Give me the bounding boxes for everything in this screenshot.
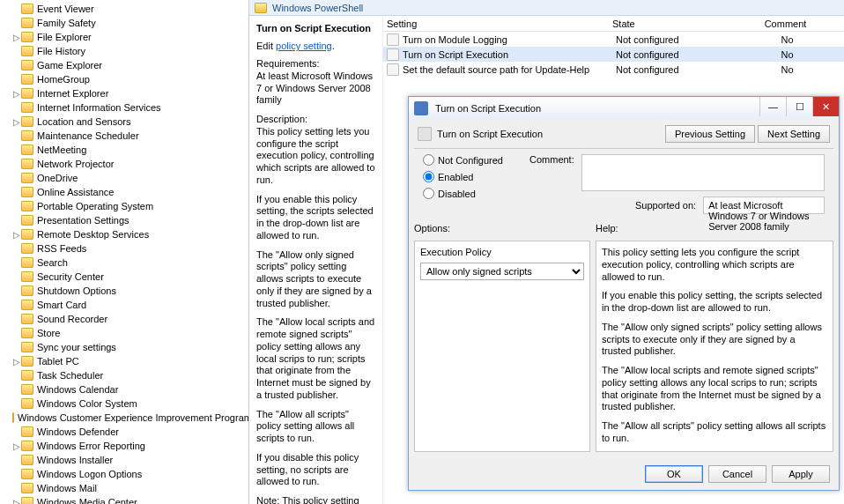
row-setting: Set the default source path for Update-H… [403, 64, 616, 75]
tree-item[interactable]: Store [0, 326, 248, 340]
list-row[interactable]: Set the default source path for Update-H… [383, 62, 844, 77]
tree-item[interactable]: ▷Windows Media Center [0, 495, 248, 504]
tree-item[interactable]: ▷Location and Sensors [0, 115, 248, 129]
tree-item-label: Windows Error Reporting [37, 441, 145, 451]
dialog-icon [414, 101, 428, 115]
options-panel: Execution Policy Allow only signed scrip… [414, 241, 590, 452]
tree-item-label: Security Center [37, 271, 104, 282]
comment-textarea[interactable] [581, 154, 825, 191]
folder-icon [21, 116, 33, 127]
chevron-icon: ▷ [12, 33, 21, 42]
tree-item[interactable]: Windows Calendar [0, 382, 248, 397]
tree-item[interactable]: Security Center [0, 270, 248, 284]
tree-item-label: Internet Information Services [37, 102, 161, 113]
help-panel[interactable]: This policy setting lets you configure t… [596, 241, 833, 452]
list-row[interactable]: Turn on Script ExecutionNot configuredNo [383, 47, 844, 62]
tree-item[interactable]: Network Projector [0, 157, 248, 171]
tree-item-label: File Explorer [37, 32, 92, 42]
folder-icon [255, 3, 267, 13]
tree-item[interactable]: Sync your settings [0, 340, 248, 354]
folder-icon [21, 74, 33, 85]
folder-icon [21, 398, 33, 409]
chevron-icon: ▷ [12, 498, 21, 505]
radio-enabled[interactable]: Enabled [423, 171, 503, 182]
radio-disabled[interactable]: Disabled [423, 188, 503, 199]
desc-title: Description: [256, 114, 307, 124]
supported-value: At least Microsoft Windows 7 or Windows … [703, 196, 825, 214]
execution-policy-select[interactable]: Allow only signed scripts [420, 263, 584, 280]
folder-icon [21, 300, 33, 310]
tree-item[interactable]: Maintenance Scheduler [0, 129, 248, 143]
minimize-button[interactable]: — [759, 97, 786, 116]
close-button[interactable]: ✕ [812, 97, 839, 116]
tree-item[interactable]: Search [0, 256, 248, 270]
tree-item[interactable]: Online Assistance [0, 185, 248, 199]
tree-item[interactable]: Windows Customer Experience Improvement … [0, 411, 248, 425]
tree-item[interactable]: Task Scheduler [0, 368, 248, 382]
tree-item[interactable]: NetMeeting [0, 143, 248, 157]
tree-item[interactable]: ▷Internet Explorer [0, 86, 248, 100]
tree-item[interactable]: ▷File Explorer [0, 30, 248, 44]
tree-item-label: Windows Mail [37, 483, 97, 493]
tree-item[interactable]: HomeGroup [0, 72, 248, 86]
tree-item[interactable]: Sound Recorder [0, 312, 248, 326]
tree-item-label: Windows Logon Options [37, 469, 142, 479]
tree-item[interactable]: Windows Logon Options [0, 467, 248, 481]
folder-icon [21, 441, 33, 451]
folder-icon [21, 159, 33, 169]
radio-not-configured[interactable]: Not Configured [423, 154, 503, 166]
tree-item[interactable]: Shutdown Options [0, 284, 248, 298]
tree-item[interactable]: Internet Information Services [0, 100, 248, 115]
tree-item-label: HomeGroup [37, 74, 90, 85]
tree-item[interactable]: RSS Feeds [0, 241, 248, 256]
cancel-button[interactable]: Cancel [708, 465, 766, 483]
folder-icon [21, 130, 33, 141]
tree-item-label: Shutdown Options [37, 285, 116, 296]
list-row[interactable]: Turn on Module LoggingNot configuredNo [383, 32, 844, 47]
apply-button[interactable]: Apply [772, 465, 830, 483]
tree-item[interactable]: OneDrive [0, 171, 248, 185]
tree-item[interactable]: Windows Installer [0, 453, 248, 467]
tree-item-label: Windows Calendar [37, 384, 118, 395]
folder-icon [21, 328, 33, 338]
col-setting[interactable]: Setting [383, 19, 612, 29]
col-state[interactable]: State [612, 19, 727, 29]
tree-item-label: Windows Color System [37, 398, 137, 409]
tree-item[interactable]: Event Viewer [0, 2, 248, 16]
tree-item-label: Network Projector [37, 159, 114, 169]
setting-name: Turn on Script Execution [256, 23, 375, 33]
chevron-icon: ▷ [12, 441, 21, 451]
row-comment: No [730, 49, 844, 60]
col-comment[interactable]: Comment [727, 19, 844, 29]
folder-icon [21, 215, 33, 226]
nav-tree[interactable]: Event ViewerFamily Safety▷File ExplorerF… [0, 0, 249, 504]
next-setting-button[interactable]: Next Setting [758, 125, 830, 143]
tree-item-label: Store [37, 328, 60, 338]
tree-item[interactable]: Windows Defender [0, 425, 248, 439]
maximize-button[interactable]: ☐ [786, 97, 812, 116]
tree-item[interactable]: Portable Operating System [0, 199, 248, 213]
tree-item[interactable]: ▷Remote Desktop Services [0, 227, 248, 241]
tree-item-label: RSS Feeds [37, 243, 86, 254]
state-radios: Not Configured Enabled Disabled [423, 154, 503, 214]
tree-item-label: Internet Explorer [37, 88, 108, 99]
tree-item[interactable]: Windows Color System [0, 397, 248, 411]
folder-icon [21, 4, 33, 14]
ok-button[interactable]: OK [645, 465, 703, 483]
tree-item[interactable]: File History [0, 44, 248, 58]
tree-item[interactable]: ▷Tablet PC [0, 354, 248, 368]
previous-setting-button[interactable]: Previous Setting [665, 125, 755, 143]
edit-policy-link[interactable]: policy setting [276, 41, 332, 51]
tree-item[interactable]: Smart Card [0, 298, 248, 312]
list-header[interactable]: Setting State Comment [383, 16, 844, 32]
folder-icon [21, 32, 33, 42]
folder-icon [21, 173, 33, 183]
chevron-icon: ▷ [12, 117, 21, 127]
folder-icon [21, 88, 33, 99]
tree-item[interactable]: Game Explorer [0, 58, 248, 72]
tree-item[interactable]: Presentation Settings [0, 213, 248, 227]
tree-item[interactable]: Family Safety [0, 16, 248, 30]
tree-item[interactable]: Windows Mail [0, 481, 248, 495]
tree-item[interactable]: ▷Windows Error Reporting [0, 439, 248, 453]
dialog-titlebar[interactable]: Turn on Script Execution — ☐ ✕ [409, 97, 839, 120]
